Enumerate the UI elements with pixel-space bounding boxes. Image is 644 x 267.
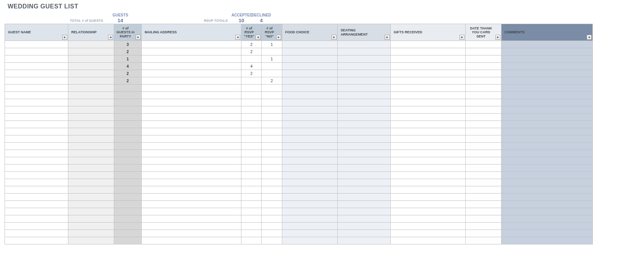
cell-address[interactable] — [141, 201, 241, 208]
cell-guest_name[interactable] — [5, 223, 68, 230]
cell-address[interactable] — [141, 77, 241, 85]
cell-seating[interactable] — [337, 179, 390, 186]
cell-party[interactable] — [114, 150, 142, 157]
cell-thank[interactable] — [465, 186, 501, 194]
cell-food[interactable] — [282, 55, 337, 63]
cell-gifts[interactable] — [390, 128, 465, 135]
cell-rsvp_no[interactable] — [262, 172, 282, 179]
cell-address[interactable] — [141, 63, 241, 70]
cell-address[interactable] — [141, 172, 241, 179]
cell-seating[interactable] — [337, 208, 390, 215]
cell-rsvp_no[interactable] — [262, 215, 282, 223]
cell-guest_name[interactable] — [5, 143, 68, 150]
cell-rsvp_yes[interactable] — [241, 99, 262, 106]
cell-thank[interactable] — [465, 150, 501, 157]
cell-gifts[interactable] — [390, 55, 465, 63]
cell-comments[interactable] — [501, 77, 592, 85]
cell-party[interactable] — [114, 85, 142, 92]
cell-relationship[interactable] — [68, 208, 114, 215]
cell-rsvp_yes[interactable] — [241, 186, 262, 194]
filter-icon[interactable] — [108, 35, 113, 40]
cell-address[interactable] — [141, 55, 241, 63]
cell-thank[interactable] — [465, 164, 501, 172]
cell-food[interactable] — [282, 215, 337, 223]
cell-party[interactable]: 3 — [114, 41, 142, 48]
cell-thank[interactable] — [465, 85, 501, 92]
cell-seating[interactable] — [337, 77, 390, 85]
cell-relationship[interactable] — [68, 150, 114, 157]
cell-thank[interactable] — [465, 48, 501, 55]
cell-relationship[interactable] — [68, 143, 114, 150]
cell-gifts[interactable] — [390, 194, 465, 201]
cell-rsvp_no[interactable]: 2 — [262, 77, 282, 85]
cell-guest_name[interactable] — [5, 114, 68, 121]
cell-guest_name[interactable] — [5, 70, 68, 77]
filter-icon[interactable] — [587, 35, 592, 40]
cell-comments[interactable] — [501, 85, 592, 92]
cell-thank[interactable] — [465, 41, 501, 48]
cell-thank[interactable] — [465, 223, 501, 230]
cell-rsvp_yes[interactable] — [241, 179, 262, 186]
cell-rsvp_yes[interactable]: 2 — [241, 48, 262, 55]
cell-food[interactable] — [282, 179, 337, 186]
cell-seating[interactable] — [337, 114, 390, 121]
cell-relationship[interactable] — [68, 157, 114, 164]
cell-party[interactable] — [114, 172, 142, 179]
cell-party[interactable] — [114, 215, 142, 223]
cell-guest_name[interactable] — [5, 92, 68, 99]
cell-guest_name[interactable] — [5, 135, 68, 143]
cell-guest_name[interactable] — [5, 201, 68, 208]
cell-gifts[interactable] — [390, 63, 465, 70]
cell-thank[interactable] — [465, 114, 501, 121]
cell-guest_name[interactable] — [5, 41, 68, 48]
cell-rsvp_no[interactable] — [262, 143, 282, 150]
cell-party[interactable] — [114, 223, 142, 230]
cell-address[interactable] — [141, 92, 241, 99]
cell-party[interactable] — [114, 143, 142, 150]
cell-relationship[interactable] — [68, 92, 114, 99]
cell-seating[interactable] — [337, 121, 390, 128]
cell-relationship[interactable] — [68, 223, 114, 230]
cell-food[interactable] — [282, 63, 337, 70]
cell-party[interactable] — [114, 237, 142, 244]
cell-thank[interactable] — [465, 99, 501, 106]
cell-rsvp_no[interactable] — [262, 85, 282, 92]
cell-party[interactable] — [114, 194, 142, 201]
cell-address[interactable] — [141, 106, 241, 114]
cell-comments[interactable] — [501, 143, 592, 150]
cell-relationship[interactable] — [68, 135, 114, 143]
cell-seating[interactable] — [337, 48, 390, 55]
cell-address[interactable] — [141, 157, 241, 164]
cell-comments[interactable] — [501, 48, 592, 55]
cell-gifts[interactable] — [390, 230, 465, 237]
cell-guest_name[interactable] — [5, 157, 68, 164]
cell-comments[interactable] — [501, 92, 592, 99]
cell-address[interactable] — [141, 48, 241, 55]
cell-comments[interactable] — [501, 41, 592, 48]
cell-food[interactable] — [282, 208, 337, 215]
cell-rsvp_yes[interactable] — [241, 106, 262, 114]
cell-relationship[interactable] — [68, 201, 114, 208]
cell-comments[interactable] — [501, 164, 592, 172]
cell-rsvp_no[interactable] — [262, 157, 282, 164]
cell-address[interactable] — [141, 70, 241, 77]
cell-rsvp_yes[interactable] — [241, 114, 262, 121]
cell-rsvp_yes[interactable]: 2 — [241, 70, 262, 77]
cell-comments[interactable] — [501, 201, 592, 208]
cell-comments[interactable] — [501, 114, 592, 121]
cell-gifts[interactable] — [390, 150, 465, 157]
cell-party[interactable] — [114, 106, 142, 114]
cell-rsvp_yes[interactable] — [241, 172, 262, 179]
cell-thank[interactable] — [465, 143, 501, 150]
cell-gifts[interactable] — [390, 208, 465, 215]
cell-seating[interactable] — [337, 85, 390, 92]
filter-icon[interactable] — [276, 35, 281, 40]
cell-rsvp_yes[interactable] — [241, 230, 262, 237]
cell-gifts[interactable] — [390, 179, 465, 186]
filter-icon[interactable] — [256, 35, 261, 40]
cell-party[interactable] — [114, 208, 142, 215]
cell-comments[interactable] — [501, 63, 592, 70]
cell-party[interactable] — [114, 230, 142, 237]
cell-food[interactable] — [282, 150, 337, 157]
cell-food[interactable] — [282, 106, 337, 114]
